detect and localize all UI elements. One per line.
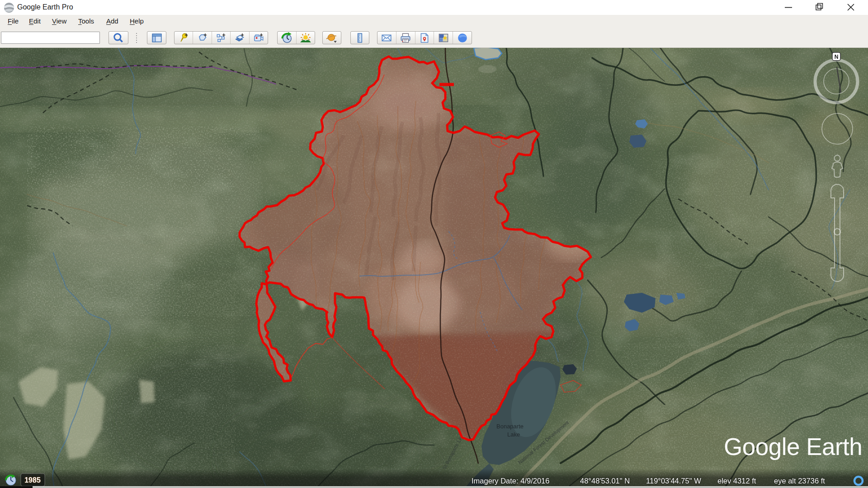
svg-text:Google Earth: Google Earth <box>724 433 862 460</box>
svg-text:Bonaparte: Bonaparte <box>496 423 524 430</box>
svg-text:1985: 1985 <box>24 476 41 484</box>
svg-text:N: N <box>835 54 839 60</box>
svg-text:Imagery Date: 4/9/2016: Imagery Date: 4/9/2016 <box>472 477 549 485</box>
svg-text:48°48'53.01" N: 48°48'53.01" N <box>580 477 630 485</box>
svg-text:119°03'44.75" W: 119°03'44.75" W <box>646 477 701 485</box>
svg-text:elev 4312 ft: elev 4312 ft <box>717 477 756 485</box>
svg-text:Lake: Lake <box>507 431 520 438</box>
svg-text:eye alt 23736 ft: eye alt 23736 ft <box>774 477 825 485</box>
